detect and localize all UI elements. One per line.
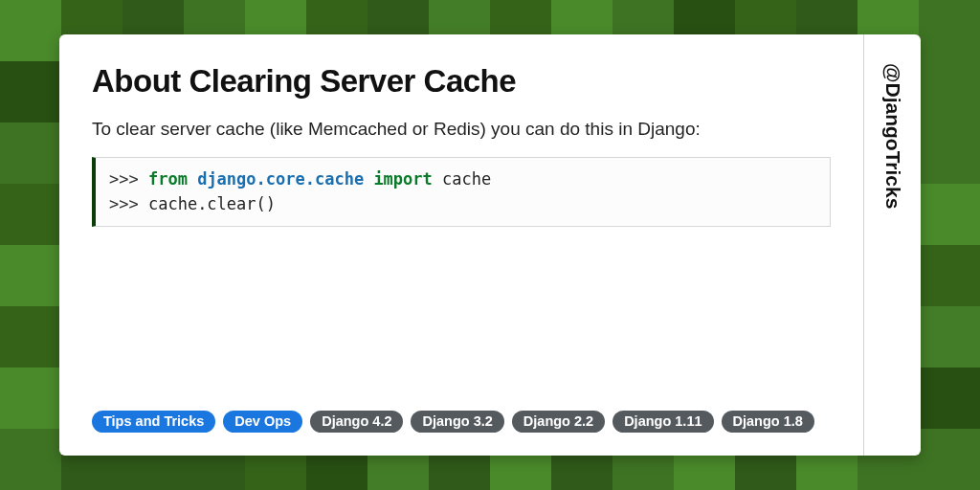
tag[interactable]: Django 4.2 bbox=[310, 411, 403, 433]
tag[interactable]: Django 2.2 bbox=[512, 411, 605, 433]
tag[interactable]: Django 3.2 bbox=[411, 411, 503, 433]
description: To clear server cache (like Memcached or… bbox=[92, 119, 831, 140]
tag[interactable]: Tips and Tricks bbox=[92, 411, 215, 433]
sidebar: @DjangoTricks bbox=[863, 34, 921, 456]
code-block: >>> from django.core.cache import cache … bbox=[92, 157, 831, 227]
tag[interactable]: Django 1.11 bbox=[612, 411, 713, 433]
tag-list: Tips and TricksDev OpsDjango 4.2Django 3… bbox=[92, 411, 831, 433]
page-title: About Clearing Server Cache bbox=[92, 63, 831, 100]
main-column: About Clearing Server Cache To clear ser… bbox=[59, 34, 863, 456]
tag[interactable]: Django 1.8 bbox=[722, 411, 814, 433]
tag[interactable]: Dev Ops bbox=[223, 411, 302, 433]
card: About Clearing Server Cache To clear ser… bbox=[59, 34, 921, 456]
author-handle: @DjangoTricks bbox=[881, 63, 904, 209]
